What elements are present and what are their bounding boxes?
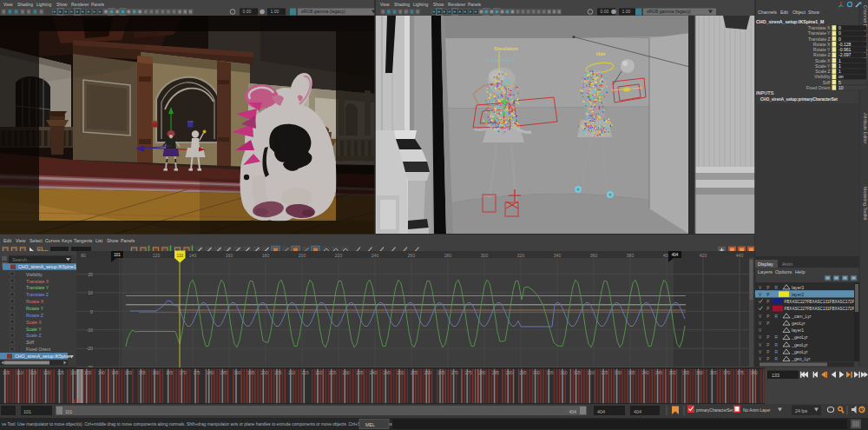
svg-text:Help: Help	[795, 269, 806, 275]
svg-text:345: 345	[655, 371, 662, 375]
svg-text:101: 101	[23, 409, 31, 414]
svg-text:Show: Show	[433, 3, 444, 7]
svg-text:255: 255	[411, 371, 418, 375]
svg-text:315: 315	[574, 371, 581, 375]
svg-text:Show: Show	[56, 3, 68, 7]
svg-text:_geoLyr: _geoLyr	[791, 342, 808, 347]
svg-text:P: P	[766, 314, 769, 319]
svg-text:1.00: 1.00	[622, 9, 631, 14]
svg-text:1: 1	[838, 63, 841, 69]
svg-text:380: 380	[627, 253, 635, 258]
svg-text:CHO_sirenA_setup:IK5pine: CHO_sirenA_setup:IK5pine	[15, 354, 70, 359]
svg-text:190: 190	[233, 371, 240, 375]
svg-text:404: 404	[634, 409, 641, 414]
svg-text:310: 310	[560, 371, 567, 375]
svg-text:P: P	[766, 350, 769, 354]
svg-text:404: 404	[672, 253, 679, 257]
svg-text:0: 0	[838, 25, 841, 30]
svg-text:Shading: Shading	[17, 3, 33, 7]
svg-text:135: 135	[84, 371, 91, 375]
svg-text:Search...: Search...	[12, 257, 31, 262]
svg-text:404: 404	[597, 409, 605, 414]
svg-text:295: 295	[519, 371, 526, 375]
svg-text:0.00: 0.00	[243, 9, 252, 14]
svg-text:125: 125	[57, 371, 64, 375]
svg-text:INPUTS: INPUTS	[756, 90, 774, 96]
svg-text:1: 1	[838, 69, 841, 74]
svg-text:250: 250	[397, 371, 404, 375]
svg-text:sRGB gamma (legacy): sRGB gamma (legacy)	[647, 9, 691, 14]
svg-text:R: R	[774, 343, 778, 347]
svg-text:Stiff: Stiff	[823, 80, 831, 85]
svg-text:CHO_sirenA_setup:IK5pine1: CHO_sirenA_setup:IK5pine1	[18, 264, 76, 269]
svg-text:375: 375	[737, 371, 744, 375]
svg-text:240: 240	[372, 253, 379, 258]
svg-text:340: 340	[554, 253, 562, 258]
svg-text:No Anim Layer: No Anim Layer	[743, 408, 771, 413]
svg-text:P: P	[766, 343, 769, 347]
svg-text:Select: Select	[30, 238, 43, 243]
svg-text:Translate Y: Translate Y	[26, 285, 49, 290]
svg-text:R: R	[774, 286, 778, 290]
svg-text:-10: -10	[87, 327, 94, 333]
svg-text:primaryCharacterSet: primaryCharacterSet	[696, 408, 733, 413]
svg-text:120: 120	[153, 253, 161, 258]
svg-text:Scale Y: Scale Y	[26, 327, 42, 332]
svg-text:80: 80	[81, 253, 86, 258]
svg-text:160: 160	[152, 371, 159, 375]
svg-text:150: 150	[125, 371, 132, 375]
svg-text:360: 360	[696, 371, 703, 375]
svg-text:380: 380	[751, 371, 758, 375]
svg-text:-20: -20	[87, 346, 94, 351]
svg-text:P: P	[766, 335, 769, 340]
svg-text:10: 10	[838, 85, 844, 90]
svg-text:275: 275	[465, 371, 472, 375]
svg-text:145: 145	[111, 371, 118, 375]
svg-text:View: View	[16, 238, 26, 243]
svg-text:210: 210	[288, 371, 295, 375]
svg-text:layer2: layer2	[792, 292, 804, 297]
svg-text:0: 0	[90, 309, 93, 314]
svg-text:CHO_sirenA_setup:primaryCharac: CHO_sirenA_setup:primaryCharacterSet	[760, 97, 838, 102]
svg-text:101: 101	[114, 253, 121, 257]
svg-text:Hair: Hair	[596, 51, 606, 56]
svg-text:Show: Show	[808, 10, 819, 15]
svg-text:Shading: Shading	[394, 3, 410, 7]
svg-text:Lighting: Lighting	[413, 3, 428, 7]
svg-text:Fixed Orient: Fixed Orient	[26, 347, 51, 352]
svg-text:Translate Y: Translate Y	[808, 30, 831, 36]
svg-text:320: 320	[517, 253, 525, 258]
svg-text:Tangents: Tangents	[74, 238, 93, 243]
svg-text:133: 133	[73, 399, 81, 404]
svg-text:0: 0	[838, 36, 841, 42]
svg-text:Scale X: Scale X	[26, 320, 42, 325]
svg-text:Scale Y: Scale Y	[815, 63, 831, 69]
svg-text:290: 290	[506, 371, 513, 375]
svg-text:Visibility: Visibility	[814, 74, 831, 79]
svg-text:20: 20	[88, 272, 93, 277]
svg-text:Object: Object	[792, 10, 806, 15]
svg-text:101: 101	[65, 409, 73, 414]
svg-text:Edit: Edit	[3, 238, 12, 243]
svg-text:404: 404	[569, 409, 577, 414]
svg-text:Renderer: Renderer	[448, 3, 466, 7]
svg-text:Display: Display	[758, 261, 773, 267]
svg-text:370: 370	[723, 371, 730, 375]
svg-text:Translate Z: Translate Z	[808, 36, 831, 42]
svg-text:420: 420	[700, 253, 707, 258]
svg-text:Rotate Y: Rotate Y	[813, 47, 831, 52]
svg-text:10: 10	[88, 290, 93, 295]
svg-text:360: 360	[590, 253, 598, 258]
svg-text:MEL: MEL	[365, 422, 375, 427]
svg-text:300: 300	[481, 253, 489, 258]
svg-text:170: 170	[180, 371, 187, 375]
svg-text:205: 205	[274, 371, 281, 375]
svg-text:Panels: Panels	[468, 3, 482, 7]
svg-text:Panels: Panels	[91, 3, 105, 7]
svg-text:Renderer: Renderer	[71, 3, 89, 7]
svg-text:180: 180	[207, 371, 214, 375]
svg-text:140: 140	[189, 253, 197, 258]
svg-text:Fixed Orient: Fixed Orient	[806, 85, 831, 90]
svg-text:Channels: Channels	[758, 10, 777, 15]
svg-text:5: 5	[838, 80, 841, 85]
